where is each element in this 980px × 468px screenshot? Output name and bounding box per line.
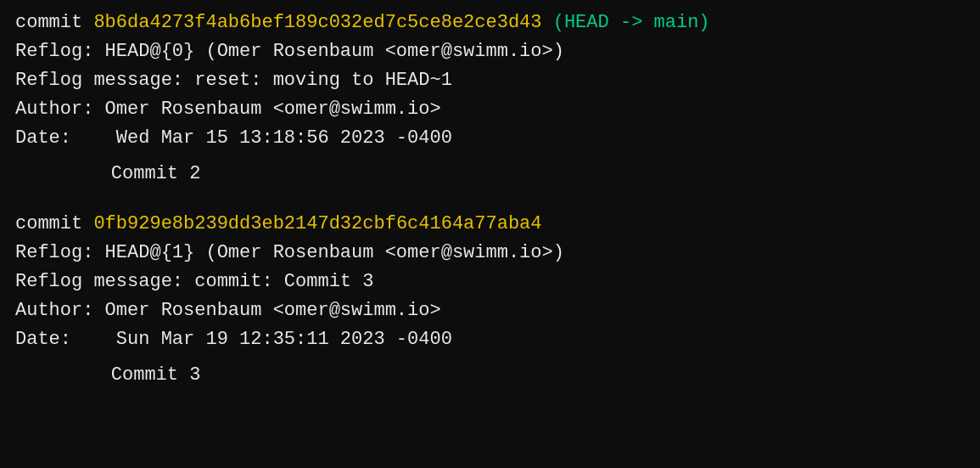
head-ref-1: (HEAD -> main): [553, 12, 710, 33]
commit-hash-1: 8b6da4273f4ab6bef189c032ed7c5ce8e2ce3d43: [93, 12, 541, 33]
commit-block-2: commit 0fb929e8b239dd3eb2147d32cbf6c4164…: [15, 210, 965, 391]
commit-line-1: commit 8b6da4273f4ab6bef189c032ed7c5ce8e…: [15, 8, 965, 37]
commit-block-1: commit 8b6da4273f4ab6bef189c032ed7c5ce8e…: [15, 8, 965, 189]
commit-hash-2: 0fb929e8b239dd3eb2147d32cbf6c4164a77aba4: [93, 213, 541, 234]
author-2: Author: Omer Rosenbaum <omer@swimm.io>: [15, 296, 965, 325]
reflog-entry-1: Reflog: HEAD@{0} (Omer Rosenbaum <omer@s…: [15, 37, 965, 66]
commit-keyword-2: commit: [15, 213, 82, 234]
reflog-message-1: Reflog message: reset: moving to HEAD~1: [15, 66, 965, 95]
terminal: commit 8b6da4273f4ab6bef189c032ed7c5ce8e…: [15, 8, 965, 460]
date-2: Date: Sun Mar 19 12:35:11 2023 -0400: [15, 325, 965, 354]
reflog-entry-2: Reflog: HEAD@{1} (Omer Rosenbaum <omer@s…: [15, 239, 965, 268]
message-2: Commit 3: [15, 361, 965, 390]
separator: [15, 198, 965, 210]
commit-keyword-1: commit: [15, 12, 82, 33]
reflog-message-2: Reflog message: commit: Commit 3: [15, 268, 965, 296]
commit-line-2: commit 0fb929e8b239dd3eb2147d32cbf6c4164…: [15, 210, 965, 239]
message-1: Commit 2: [15, 160, 965, 189]
date-1: Date: Wed Mar 15 13:18:56 2023 -0400: [15, 124, 965, 153]
author-1: Author: Omer Rosenbaum <omer@swimm.io>: [15, 95, 965, 124]
